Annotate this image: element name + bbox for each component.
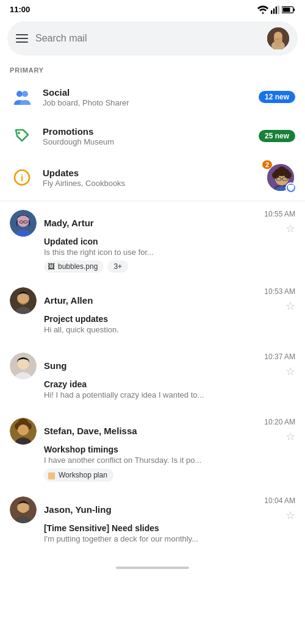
star-icon-4[interactable]: ☆ [285, 430, 295, 443]
email-sender-3: Sung [44, 360, 67, 371]
divider-1 [0, 201, 305, 201]
star-icon-5[interactable]: ☆ [285, 509, 295, 522]
email-preview-1: Is this the right icon to use for... [44, 248, 295, 257]
email-attachments-1: 🖼 bubbles.png 3+ [44, 260, 295, 273]
category-social-name: Social [43, 87, 250, 98]
email-time-2: 10:53 AM [264, 287, 295, 296]
promotions-badge: 25 new [259, 130, 295, 142]
bottom-bar [0, 554, 305, 573]
image-icon: 🖼 [48, 262, 55, 271]
category-promotions[interactable]: Promotions Sourdough Museum 25 new [0, 116, 305, 156]
user-avatar-img [267, 27, 289, 49]
svg-point-0 [262, 12, 264, 13]
star-icon-3[interactable]: ☆ [285, 365, 295, 378]
category-updates-sub: Fly Airlines, Cookbooks [43, 179, 257, 188]
email-time-5: 10:04 AM [264, 496, 295, 505]
category-promotions-name: Promotions [43, 126, 250, 137]
updates-svg: i [13, 169, 30, 186]
hamburger-icon[interactable] [16, 34, 28, 43]
battery-icon [282, 6, 295, 13]
section-label: PRIMARY [0, 60, 305, 77]
svg-rect-29 [288, 185, 294, 190]
email-avatar-5 [10, 496, 37, 523]
svg-rect-3 [276, 6, 277, 13]
category-updates-name: Updates [43, 168, 257, 178]
email-subject-1: Updated icon [44, 237, 295, 246]
email-row-1[interactable]: Mady, Artur 10:55 AM ☆ Updated icon Is t… [0, 202, 305, 280]
email-content-1: Mady, Artur 10:55 AM ☆ Updated icon Is t… [44, 210, 295, 273]
status-bar: 11:00 [0, 0, 305, 16]
email-content-5: Jason, Yun-ling 10:04 AM ☆ [Time Sensiti… [44, 496, 295, 547]
updates-badge-wrap: 2 [266, 163, 295, 192]
wifi-icon [257, 5, 268, 14]
category-updates-info: Updates Fly Airlines, Cookbooks [43, 168, 257, 188]
email-time-1: 10:55 AM [264, 210, 295, 218]
attachment-name-1: bubbles.png [58, 262, 98, 271]
status-time: 11:00 [10, 5, 30, 14]
more-chip-1[interactable]: 3+ [107, 260, 128, 273]
svg-marker-30 [289, 190, 293, 191]
category-social-info: Social Job board, Photo Sharer [43, 87, 250, 107]
updates-count: 2 [262, 160, 272, 169]
category-promotions-info: Promotions Sourdough Museum [43, 126, 250, 146]
social-icon [10, 85, 34, 109]
email-subject-4: Workshop timings [44, 445, 295, 454]
svg-rect-2 [273, 8, 274, 13]
search-bar[interactable] [7, 21, 298, 55]
email-avatar-1 [10, 210, 37, 237]
email-preview-2: Hi all, quick question. [44, 325, 295, 334]
email-header-5: Jason, Yun-ling 10:04 AM ☆ [44, 496, 295, 522]
email-right-1: 10:55 AM ☆ [259, 210, 295, 235]
email-content-3: Sung 10:37 AM ☆ Crazy idea Hi! I had a p… [44, 352, 295, 403]
email-content-4: Stefan, Dave, Melissa 10:20 AM ☆ Worksho… [44, 418, 295, 482]
svg-point-13 [16, 91, 23, 97]
social-badge: 12 new [259, 91, 295, 103]
search-input[interactable] [35, 33, 260, 44]
email-sender-2: Artur, Allen [44, 295, 93, 306]
email-time-4: 10:20 AM [264, 418, 295, 426]
attachment-chip-1[interactable]: 🖼 bubbles.png [44, 260, 104, 273]
email-avatar-4 [10, 418, 37, 445]
category-social-sub: Job board, Photo Sharer [43, 98, 250, 107]
email-row-4[interactable]: Stefan, Dave, Melissa 10:20 AM ☆ Worksho… [0, 410, 305, 489]
user-avatar[interactable] [267, 27, 289, 49]
category-promotions-sub: Sourdough Museum [43, 137, 250, 146]
email-sender-1: Mady, Artur [44, 218, 94, 228]
svg-rect-7 [283, 7, 290, 12]
svg-point-24 [274, 169, 281, 175]
doc-icon: ▦ [48, 470, 56, 480]
svg-point-25 [283, 169, 289, 175]
email-preview-5: I'm putting together a deck for our mont… [44, 534, 295, 543]
svg-point-15 [18, 132, 20, 134]
svg-rect-6 [293, 8, 295, 10]
email-right-3: 10:37 AM ☆ [259, 352, 295, 378]
status-icons [257, 5, 295, 14]
category-updates[interactable]: i Updates Fly Airlines, Cookbooks 2 [0, 156, 305, 199]
updates-icon: i [10, 165, 34, 190]
email-subject-2: Project updates [44, 314, 295, 324]
social-svg [12, 88, 32, 106]
email-preview-3: Hi! I had a potentially crazy idea I wan… [44, 390, 295, 399]
email-row-3[interactable]: Sung 10:37 AM ☆ Crazy idea Hi! I had a p… [0, 345, 305, 410]
email-time-3: 10:37 AM [264, 352, 295, 361]
email-content-2: Artur, Allen 10:53 AM ☆ Project updates … [44, 287, 295, 338]
svg-text:i: i [21, 173, 23, 183]
email-row-2[interactable]: Artur, Allen 10:53 AM ☆ Project updates … [0, 280, 305, 345]
star-icon-1[interactable]: ☆ [285, 222, 295, 235]
email-avatar-3 [10, 352, 37, 379]
email-right-2: 10:53 AM ☆ [259, 287, 295, 313]
home-indicator [116, 567, 189, 569]
email-row-5[interactable]: Jason, Yun-ling 10:04 AM ☆ [Time Sensiti… [0, 489, 305, 554]
email-right-4: 10:20 AM ☆ [259, 418, 295, 443]
svg-point-14 [22, 91, 28, 97]
email-subject-5: [Time Sensitive] Need slides [44, 523, 295, 533]
category-social[interactable]: Social Job board, Photo Sharer 12 new [0, 77, 305, 116]
star-icon-2[interactable]: ☆ [285, 299, 295, 313]
signal-icon [271, 5, 279, 14]
email-subject-3: Crazy idea [44, 379, 295, 389]
svg-rect-4 [278, 5, 279, 14]
attachment-chip-4[interactable]: ▦ Workshop plan [44, 468, 113, 482]
svg-point-42 [18, 360, 28, 370]
email-header-3: Sung 10:37 AM ☆ [44, 352, 295, 378]
email-sender-4: Stefan, Dave, Melissa [44, 426, 137, 436]
